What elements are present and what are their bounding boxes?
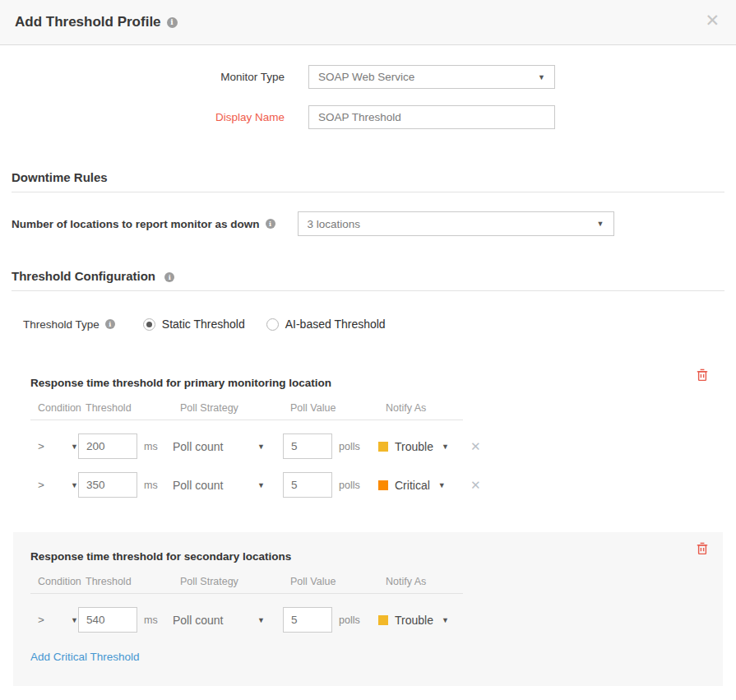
chevron-down-icon: ▼ <box>257 481 265 489</box>
notify-as-value: Trouble <box>395 614 433 627</box>
threshold-unit: ms <box>144 480 158 491</box>
display-name-label: Display Name <box>0 111 285 123</box>
info-icon: i <box>167 17 178 28</box>
remove-row-icon[interactable]: ✕ <box>470 439 481 454</box>
info-icon: i <box>266 219 275 229</box>
condition-select[interactable]: > ▼ <box>30 479 78 491</box>
dialog-header: Add Threshold Profile i ✕ <box>0 0 736 45</box>
radio-selected-icon <box>143 318 155 331</box>
poll-strategy-select[interactable]: Poll count ▼ <box>173 479 283 492</box>
condition-value: > <box>38 479 44 491</box>
monitor-type-select[interactable]: SOAP Web Service ▼ <box>308 65 555 89</box>
radio-ai-label: AI-based Threshold <box>285 318 386 331</box>
remove-row-icon[interactable]: ✕ <box>470 478 481 493</box>
radio-static-threshold[interactable]: Static Threshold <box>143 318 245 331</box>
poll-strategy-value: Poll count <box>173 440 223 453</box>
locations-row: Number of locations to report monitor as… <box>12 211 724 236</box>
threshold-input[interactable] <box>78 433 137 459</box>
poll-value-input[interactable] <box>283 607 332 633</box>
threshold-type-radio-group: Static Threshold AI-based Threshold <box>143 318 386 331</box>
chevron-down-icon: ▼ <box>257 443 265 451</box>
col-threshold: Threshold <box>86 576 180 587</box>
column-headers: Condition Threshold Poll Strategy Poll V… <box>30 402 463 420</box>
info-icon: i <box>105 319 115 329</box>
condition-select[interactable]: > ▼ <box>30 440 78 452</box>
condition-value: > <box>38 614 44 626</box>
radio-static-label: Static Threshold <box>162 318 245 331</box>
info-icon: i <box>164 272 174 282</box>
chevron-down-icon: ▼ <box>257 616 265 624</box>
threshold-config-title: Threshold Configuration <box>12 269 155 283</box>
threshold-unit: ms <box>144 614 158 626</box>
threshold-input[interactable] <box>78 472 137 498</box>
locations-value: 3 locations <box>308 218 361 230</box>
chevron-down-icon: ▼ <box>71 481 78 489</box>
table-row: > ▼ ms Poll count ▼ polls Trouble ▼ ✕ <box>30 433 706 459</box>
poll-unit: polls <box>339 480 360 491</box>
page-title: Add Threshold Profile <box>15 14 161 30</box>
table-row: > ▼ ms Poll count ▼ polls Critical ▼ ✕ <box>30 472 706 498</box>
radio-unselected-icon <box>266 318 279 331</box>
condition-value: > <box>38 440 44 452</box>
poll-unit: polls <box>339 614 360 626</box>
secondary-section-title: Response time threshold for secondary lo… <box>30 550 706 563</box>
notify-as-value: Critical <box>395 479 430 492</box>
poll-strategy-value: Poll count <box>173 614 223 627</box>
secondary-threshold-section: Response time threshold for secondary lo… <box>13 532 723 686</box>
col-poll-value: Poll Value <box>290 576 386 587</box>
table-row: > ▼ ms Poll count ▼ polls Trouble ▼ <box>30 607 706 633</box>
monitor-type-label: Monitor Type <box>0 71 285 83</box>
poll-value-input[interactable] <box>283 433 332 459</box>
poll-unit: polls <box>339 441 360 452</box>
col-condition: Condition <box>30 402 86 414</box>
notify-as-select[interactable]: Trouble ▼ <box>378 614 456 627</box>
chevron-down-icon: ▼ <box>597 220 604 228</box>
display-name-field[interactable] <box>308 105 555 129</box>
chevron-down-icon: ▼ <box>442 443 449 451</box>
threshold-type-label: Threshold Type <box>23 318 100 331</box>
primary-section-title: Response time threshold for primary moni… <box>30 377 706 389</box>
status-color-swatch <box>378 442 388 452</box>
notify-as-select[interactable]: Critical ▼ <box>378 479 456 492</box>
chevron-down-icon: ▼ <box>538 73 545 81</box>
col-poll-strategy: Poll Strategy <box>180 576 290 587</box>
notify-as-select[interactable]: Trouble ▼ <box>378 440 456 453</box>
col-notify-as: Notify As <box>386 576 463 587</box>
poll-strategy-value: Poll count <box>173 479 223 492</box>
display-name-row: Display Name <box>0 105 736 129</box>
add-critical-threshold-link[interactable]: Add Critical Threshold <box>30 651 140 663</box>
status-color-swatch <box>378 480 388 490</box>
col-poll-strategy: Poll Strategy <box>180 402 290 414</box>
monitor-type-value: SOAP Web Service <box>318 71 414 83</box>
locations-select[interactable]: 3 locations ▼ <box>298 211 614 236</box>
col-threshold: Threshold <box>86 402 180 414</box>
locations-label: Number of locations to report monitor as… <box>12 218 260 230</box>
threshold-input[interactable] <box>78 607 137 633</box>
col-notify-as: Notify As <box>386 402 463 414</box>
radio-ai-threshold[interactable]: AI-based Threshold <box>266 318 386 331</box>
chevron-down-icon: ▼ <box>438 481 446 489</box>
chevron-down-icon: ▼ <box>71 616 78 624</box>
delete-section-icon[interactable] <box>697 542 708 558</box>
poll-value-input[interactable] <box>283 472 332 498</box>
status-color-swatch <box>378 615 388 625</box>
monitor-type-row: Monitor Type SOAP Web Service ▼ <box>0 65 736 89</box>
condition-select[interactable]: > ▼ <box>30 614 78 626</box>
poll-strategy-select[interactable]: Poll count ▼ <box>173 614 283 627</box>
column-headers: Condition Threshold Poll Strategy Poll V… <box>30 576 463 594</box>
col-condition: Condition <box>30 576 86 587</box>
chevron-down-icon: ▼ <box>71 443 78 451</box>
threshold-unit: ms <box>144 441 158 452</box>
primary-threshold-section: Response time threshold for primary moni… <box>13 359 723 512</box>
chevron-down-icon: ▼ <box>442 616 449 624</box>
close-icon[interactable]: ✕ <box>705 12 720 29</box>
downtime-rules-heading: Downtime Rules <box>12 170 724 192</box>
threshold-type-row: Threshold Type i Static Threshold AI-bas… <box>23 318 724 331</box>
col-poll-value: Poll Value <box>290 402 386 414</box>
threshold-config-heading: Threshold Configuration i <box>12 269 724 291</box>
poll-strategy-select[interactable]: Poll count ▼ <box>173 440 283 453</box>
notify-as-value: Trouble <box>395 440 433 453</box>
delete-section-icon[interactable] <box>697 369 708 384</box>
